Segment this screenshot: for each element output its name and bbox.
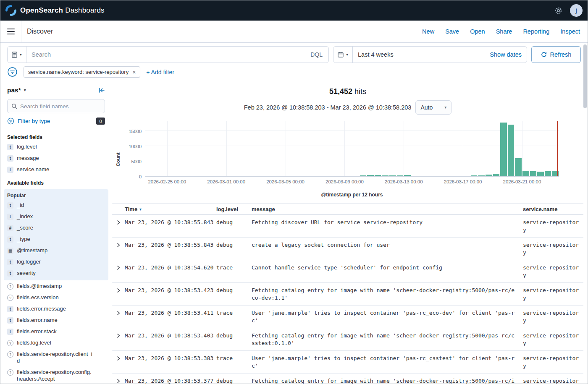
expand-row-icon[interactable] — [112, 264, 125, 279]
time-header-label: Time — [125, 206, 137, 212]
expand-row-icon[interactable] — [112, 377, 125, 384]
field-item[interactable]: ?fields.log.level — [7, 337, 105, 348]
histogram-bar[interactable] — [471, 175, 478, 176]
histogram-bar[interactable] — [367, 175, 374, 176]
nav-action-reporting[interactable]: Reporting — [523, 28, 549, 35]
filter-by-type-label: Filter by type — [18, 118, 50, 124]
hits-value: 51,452 — [329, 87, 352, 96]
column-header-time[interactable]: Time ▾ — [125, 206, 216, 212]
field-search-input[interactable] — [20, 103, 101, 110]
field-item[interactable]: tmessage — [7, 152, 105, 164]
expand-row-icon[interactable] — [112, 309, 125, 324]
field-item[interactable]: t_id — [7, 199, 105, 211]
histogram-bar[interactable] — [530, 171, 537, 176]
field-item[interactable]: ?fields.service-repository.config.header… — [7, 366, 105, 384]
filter-pill[interactable]: service.name.keyword: service-repository… — [24, 66, 140, 78]
histogram-bar[interactable] — [500, 123, 507, 176]
cell-service-name: service-repository — [523, 377, 583, 384]
histogram-bar[interactable] — [389, 175, 396, 176]
field-item[interactable]: t_type — [7, 233, 105, 245]
field-name: fields.ecs.version — [17, 294, 59, 301]
text-type-icon: t — [7, 144, 13, 150]
field-item[interactable]: tlog.logger — [7, 256, 105, 267]
remove-filter-icon[interactable]: × — [132, 69, 136, 75]
field-item[interactable]: tseverity — [7, 267, 105, 279]
field-item[interactable]: tfields.error.stack — [7, 326, 105, 337]
scrollbar-thumb[interactable] — [583, 44, 587, 108]
expand-row-icon[interactable] — [112, 219, 125, 234]
available-fields-header: Available fields — [7, 180, 105, 186]
histogram-bar[interactable] — [382, 175, 388, 177]
field-item[interactable]: ▦@timestamp — [7, 245, 105, 256]
histogram-bar[interactable] — [375, 175, 381, 176]
cell-log-level: trace — [216, 264, 252, 279]
histogram-bar[interactable] — [478, 175, 485, 176]
cell-log-level: debug — [216, 377, 252, 384]
field-item[interactable]: ?fields.service-repository.client_id — [7, 348, 105, 366]
nav-action-inspect[interactable]: Inspect — [560, 28, 580, 35]
field-item[interactable]: tservice.name — [7, 164, 105, 175]
search-input[interactable] — [26, 47, 304, 63]
field-item[interactable]: ?fields.ecs.version — [7, 292, 105, 303]
brand-text: OpenSearchDashboards — [20, 6, 105, 15]
filter-by-type-button[interactable]: Filter by type 0 — [7, 113, 105, 129]
nav-action-share[interactable]: Share — [496, 28, 512, 35]
unknown-type-icon: ? — [7, 283, 13, 290]
date-range-display[interactable]: Last 4 weeks Show dates — [353, 47, 527, 63]
field-item[interactable]: #_score — [7, 222, 105, 233]
cell-time: Mar 23, 2026 @ 10:38:53.403 — [125, 332, 216, 347]
cell-message: create a legacy socket connection for us… — [252, 241, 523, 256]
cell-time: Mar 23, 2026 @ 10:38:53.383 — [125, 355, 216, 370]
histogram-bar[interactable] — [522, 171, 529, 176]
index-pattern-select[interactable]: pas* ▾ — [7, 86, 26, 94]
query-language-button[interactable]: DQL — [304, 47, 328, 63]
column-header-message[interactable]: message — [252, 206, 523, 212]
expand-row-icon[interactable] — [112, 287, 125, 302]
histogram-bar[interactable] — [360, 175, 367, 176]
cell-log-level: debug — [216, 332, 252, 347]
expand-row-icon[interactable] — [112, 241, 125, 256]
date-quick-select-button[interactable]: ▾ — [333, 47, 353, 63]
opensearch-logo[interactable]: OpenSearchDashboards — [5, 5, 105, 16]
expand-row-icon[interactable] — [112, 355, 125, 370]
cell-message: Fetching catalog entry for image with na… — [252, 332, 523, 347]
current-time-marker — [557, 121, 558, 176]
histogram-bar[interactable] — [397, 175, 404, 177]
histogram-bar[interactable] — [515, 158, 522, 176]
interval-select[interactable]: Auto ▾ — [415, 100, 452, 115]
add-filter-button[interactable]: + Add filter — [146, 69, 174, 76]
field-item[interactable]: tfields.error.name — [7, 314, 105, 326]
text-type-icon: t — [7, 317, 13, 324]
user-avatar[interactable]: j — [570, 4, 583, 17]
column-header-log-level[interactable]: log.level — [216, 206, 252, 212]
text-type-icon: t — [7, 155, 13, 162]
cell-service-name: service-repository — [523, 219, 583, 234]
nav-action-new[interactable]: New — [422, 28, 434, 35]
gear-icon[interactable] — [554, 7, 562, 15]
histogram-bar[interactable] — [493, 174, 500, 176]
expand-row-icon[interactable] — [112, 332, 125, 347]
column-header-service-name[interactable]: service.name — [523, 206, 583, 212]
show-dates-link[interactable]: Show dates — [490, 51, 522, 58]
collapse-sidebar-icon[interactable] — [98, 87, 105, 94]
histogram-bar[interactable] — [486, 175, 492, 176]
nav-action-open[interactable]: Open — [470, 28, 485, 35]
field-item[interactable]: ?fields.@timestamp — [7, 280, 105, 292]
saved-queries-button[interactable]: ▾ — [8, 47, 26, 63]
page-title: Discover — [27, 28, 53, 35]
menu-icon[interactable] — [0, 21, 21, 42]
histogram-bar[interactable] — [508, 125, 514, 176]
filter-menu-icon[interactable] — [7, 67, 18, 77]
refresh-button[interactable]: Refresh — [531, 46, 581, 63]
field-item[interactable]: t_index — [7, 211, 105, 222]
x-tick-label: 2026-03-17 00:00 — [444, 179, 482, 184]
nav-action-save[interactable]: Save — [445, 28, 459, 35]
histogram-bar[interactable] — [545, 171, 551, 176]
selected-fields-list: tlog.leveltmessagetservice.name — [7, 141, 105, 175]
histogram-bar[interactable] — [404, 175, 411, 176]
histogram-bar[interactable] — [537, 172, 544, 176]
field-item[interactable]: tlog.level — [7, 141, 105, 152]
field-item[interactable]: tfields.error.message — [7, 303, 105, 314]
date-type-icon: ▦ — [7, 248, 13, 254]
chevron-down-icon: ▾ — [444, 105, 446, 110]
